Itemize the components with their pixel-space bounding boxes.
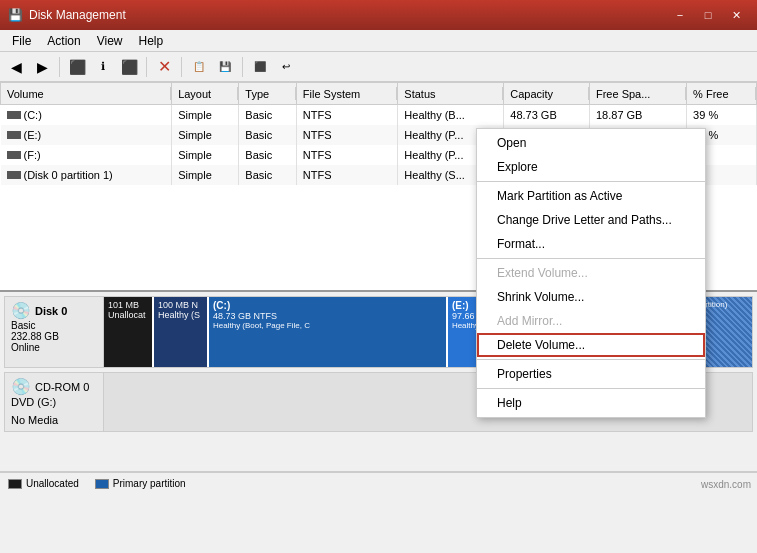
cell-fs: NTFS — [296, 165, 398, 185]
context-menu-item-8[interactable]: Delete Volume... — [477, 333, 705, 357]
context-menu-item-2[interactable]: Mark Partition as Active — [477, 184, 705, 208]
context-menu-item-6[interactable]: Shrink Volume... — [477, 285, 705, 309]
col-type: Type — [239, 83, 297, 105]
ctx-separator-4 — [477, 258, 705, 259]
cell-layout: Simple — [172, 145, 239, 165]
cell-volume: (E:) — [1, 125, 172, 145]
legend-unallocated: Unallocated — [8, 478, 79, 489]
context-menu-item-4[interactable]: Format... — [477, 232, 705, 256]
watermark: wsxdn.com — [701, 479, 751, 490]
col-layout: Layout — [172, 83, 239, 105]
toolbar-separator-3 — [181, 57, 182, 77]
toolbar-btn-6[interactable]: ✕ — [152, 55, 176, 79]
partition-status-c: Healthy (Boot, Page File, C — [213, 321, 442, 330]
col-volume: Volume — [1, 83, 172, 105]
cell-volume: (Disk 0 partition 1) — [1, 165, 172, 185]
partition-system[interactable]: 100 MB N Healthy (S — [154, 297, 209, 367]
toolbar-btn-5[interactable]: ⬛ — [117, 55, 141, 79]
ctx-separator-9 — [477, 388, 705, 389]
cell-volume: (C:) — [1, 105, 172, 125]
context-menu-item-10[interactable]: Help — [477, 391, 705, 415]
menu-bar: File Action View Help — [0, 30, 757, 52]
context-menu-item-9[interactable]: Properties — [477, 362, 705, 386]
cdrom-icon: 💿 — [11, 377, 31, 396]
context-menu-item-3[interactable]: Change Drive Letter and Paths... — [477, 208, 705, 232]
title-bar-left: 💾 Disk Management — [8, 8, 126, 22]
col-freespace: Free Spa... — [589, 83, 686, 105]
partition-c[interactable]: (C:) 48.73 GB NTFS Healthy (Boot, Page F… — [209, 297, 448, 367]
close-button[interactable]: ✕ — [723, 5, 749, 25]
context-menu: OpenExploreMark Partition as ActiveChang… — [476, 128, 706, 418]
legend-primary: Primary partition — [95, 478, 186, 489]
col-filesystem: File System — [296, 83, 398, 105]
col-pctfree: % Free — [687, 83, 757, 105]
cell-capacity: 48.73 GB — [504, 105, 590, 125]
legend: Unallocated Primary partition — [0, 472, 757, 494]
cell-pct: 39 % — [687, 105, 757, 125]
title-bar: 💾 Disk Management − □ ✕ — [0, 0, 757, 30]
cell-type: Basic — [239, 145, 297, 165]
menu-help[interactable]: Help — [131, 32, 172, 50]
cell-fs: NTFS — [296, 105, 398, 125]
cdrom-label: 💿 CD-ROM 0 DVD (G:) No Media — [4, 372, 104, 432]
cell-type: Basic — [239, 105, 297, 125]
cell-type: Basic — [239, 165, 297, 185]
menu-action[interactable]: Action — [39, 32, 88, 50]
toolbar-btn-8[interactable]: 💾 — [213, 55, 237, 79]
ctx-separator-8 — [477, 359, 705, 360]
toolbar-btn-3[interactable]: ⬛ — [65, 55, 89, 79]
toolbar-separator-4 — [242, 57, 243, 77]
forward-button[interactable]: ▶ — [30, 55, 54, 79]
context-menu-item-5: Extend Volume... — [477, 261, 705, 285]
col-capacity: Capacity — [504, 83, 590, 105]
app-icon: 💾 — [8, 8, 23, 22]
partition-unalloc[interactable]: 101 MB Unallocat — [104, 297, 154, 367]
cdrom-name: CD-ROM 0 — [35, 381, 89, 393]
disk-0-type: Basic — [11, 320, 97, 331]
legend-primary-label: Primary partition — [113, 478, 186, 489]
toolbar: ◀ ▶ ⬛ ℹ ⬛ ✕ 📋 💾 ⬛ ↩ — [0, 52, 757, 82]
title-text: Disk Management — [29, 8, 126, 22]
cell-fs: NTFS — [296, 145, 398, 165]
toolbar-btn-4[interactable]: ℹ — [91, 55, 115, 79]
toolbar-btn-9[interactable]: ⬛ — [248, 55, 272, 79]
cell-free: 18.87 GB — [589, 105, 686, 125]
cdrom-type: DVD (G:) — [11, 396, 97, 408]
menu-file[interactable]: File — [4, 32, 39, 50]
cell-type: Basic — [239, 125, 297, 145]
title-bar-controls: − □ ✕ — [667, 5, 749, 25]
cell-layout: Simple — [172, 125, 239, 145]
cdrom-status: No Media — [11, 414, 97, 426]
legend-primary-box — [95, 479, 109, 489]
table-row[interactable]: (C:) Simple Basic NTFS Healthy (B... 48.… — [1, 105, 757, 125]
menu-view[interactable]: View — [89, 32, 131, 50]
disk-0-status: Online — [11, 342, 97, 353]
partition-size-c: 48.73 GB NTFS — [213, 311, 442, 321]
toolbar-btn-10[interactable]: ↩ — [274, 55, 298, 79]
maximize-button[interactable]: □ — [695, 5, 721, 25]
partition-size-1: 101 MB — [108, 300, 148, 310]
toolbar-btn-7[interactable]: 📋 — [187, 55, 211, 79]
cell-volume: (F:) — [1, 145, 172, 165]
disk-0-icon: 💿 — [11, 301, 31, 320]
cell-fs: NTFS — [296, 125, 398, 145]
back-button[interactable]: ◀ — [4, 55, 28, 79]
minimize-button[interactable]: − — [667, 5, 693, 25]
legend-unalloc-label: Unallocated — [26, 478, 79, 489]
context-menu-item-0[interactable]: Open — [477, 131, 705, 155]
ctx-separator-1 — [477, 181, 705, 182]
toolbar-separator-2 — [146, 57, 147, 77]
context-menu-item-7: Add Mirror... — [477, 309, 705, 333]
cell-layout: Simple — [172, 105, 239, 125]
partition-type-2: Healthy (S — [158, 310, 203, 320]
col-status: Status — [398, 83, 504, 105]
partition-size-2: 100 MB N — [158, 300, 203, 310]
cell-layout: Simple — [172, 165, 239, 185]
disk-0-label: 💿 Disk 0 Basic 232.88 GB Online — [4, 296, 104, 368]
partition-type-1: Unallocat — [108, 310, 148, 320]
legend-unalloc-box — [8, 479, 22, 489]
toolbar-separator-1 — [59, 57, 60, 77]
disk-0-name: Disk 0 — [35, 305, 67, 317]
partition-name-c: (C:) — [213, 300, 442, 311]
context-menu-item-1[interactable]: Explore — [477, 155, 705, 179]
